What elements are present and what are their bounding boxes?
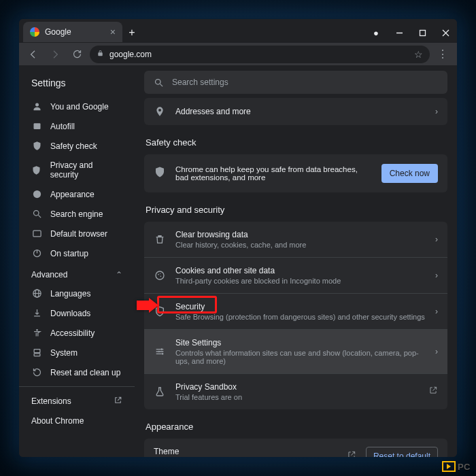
open-in-new-icon [428, 386, 438, 398]
safety-check-card: Chrome can help keep you safe from data … [144, 154, 447, 192]
browser-icon [31, 228, 42, 239]
search-placeholder: Search settings [172, 78, 228, 87]
accessibility-icon [31, 328, 42, 338]
shield-icon [31, 165, 42, 175]
reset-theme-button[interactable]: Reset to default [366, 447, 438, 457]
address-bar[interactable]: google.com ☆ [90, 46, 430, 63]
sidebar-item-safety-check[interactable]: Safety check [19, 136, 135, 156]
svg-rect-5 [33, 123, 40, 129]
svg-point-7 [33, 211, 39, 216]
svg-point-25 [158, 351, 160, 353]
row-privacy-sandbox[interactable]: Privacy SandboxTrial features are on [144, 374, 447, 409]
svg-rect-16 [34, 350, 40, 353]
person-icon [31, 101, 42, 112]
tab-close-icon[interactable]: × [110, 27, 116, 37]
location-icon [154, 106, 166, 117]
row-clear-browsing-data[interactable]: Clear browsing dataClear history, cookie… [144, 222, 447, 258]
row-cookies[interactable]: Cookies and other site dataThird-party c… [144, 258, 447, 294]
sidebar-item-default-browser[interactable]: Default browser [19, 224, 135, 243]
row-theme[interactable]: ThemeJust Black Reset to default [144, 439, 447, 457]
shield-reload-icon [154, 166, 166, 181]
window-close-button[interactable] [434, 23, 457, 42]
check-now-button[interactable]: Check now [381, 164, 438, 183]
safety-check-message: Chrome can help keep you safe from data … [175, 165, 372, 182]
section-privacy-security: Privacy and security [146, 205, 446, 215]
sidebar-item-you-and-google[interactable]: You and Google [19, 97, 135, 116]
row-site-settings[interactable]: Site SettingsControls what information s… [144, 330, 447, 374]
svg-point-6 [33, 190, 40, 198]
browser-tab[interactable]: Google × [23, 22, 122, 42]
sidebar-item-accessibility[interactable]: Accessibility [19, 323, 135, 343]
svg-point-22 [160, 276, 162, 277]
settings-heading: Settings [19, 71, 135, 97]
chevron-right-icon: › [435, 235, 438, 244]
settings-search[interactable]: Search settings [144, 71, 447, 94]
security-icon [154, 306, 166, 317]
favicon-google [30, 27, 39, 37]
svg-point-26 [162, 353, 164, 355]
forward-button[interactable] [46, 46, 64, 63]
shield-check-icon [31, 141, 42, 151]
autofill-icon [31, 121, 42, 131]
bookmark-star-icon[interactable]: ☆ [414, 49, 423, 60]
privacy-list: Clear browsing dataClear history, cookie… [144, 222, 447, 409]
restore-icon [31, 367, 42, 377]
browser-window: Google × + ● google.com ☆ ⋮ Settings You… [19, 19, 457, 457]
watermark: PC [442, 461, 471, 472]
tab-strip: Google × + ● [19, 19, 457, 42]
chevron-right-icon: › [435, 307, 438, 316]
svg-line-19 [160, 84, 163, 86]
section-appearance: Appearance [146, 422, 446, 432]
svg-point-20 [156, 271, 164, 279]
paint-icon [31, 189, 42, 199]
back-button[interactable] [24, 46, 42, 63]
tune-icon [154, 346, 166, 357]
url-text: google.com [109, 50, 152, 59]
settings-main: Search settings Addresses and more › Saf… [135, 65, 457, 457]
sidebar-item-autofill[interactable]: Autofill [19, 116, 135, 136]
flask-icon [154, 386, 166, 397]
svg-rect-1 [420, 30, 425, 35]
tab-title: Google [45, 27, 71, 37]
row-addresses-and-more[interactable]: Addresses and more › [144, 98, 447, 125]
open-in-new-icon [114, 396, 122, 407]
svg-line-8 [38, 215, 41, 218]
sidebar-item-privacy-security[interactable]: Privacy and security [19, 156, 135, 184]
sidebar-item-extensions[interactable]: Extensions [19, 391, 135, 411]
trash-icon [154, 234, 166, 245]
svg-point-4 [35, 103, 39, 107]
download-icon [31, 308, 42, 318]
sidebar-item-reset[interactable]: Reset and clean up [19, 362, 135, 382]
sidebar-item-search-engine[interactable]: Search engine [19, 204, 135, 224]
sidebar-item-about-chrome[interactable]: About Chrome [19, 411, 135, 430]
window-maximize-button[interactable] [411, 23, 434, 42]
settings-page: Settings You and Google Autofill Safety … [19, 65, 457, 457]
sidebar-item-system[interactable]: System [19, 343, 135, 362]
power-icon [31, 248, 42, 258]
settings-sidebar: Settings You and Google Autofill Safety … [19, 65, 135, 457]
lock-icon [97, 50, 104, 59]
chevron-right-icon: › [435, 107, 438, 116]
svg-rect-17 [34, 354, 40, 356]
svg-rect-9 [33, 231, 40, 237]
window-record-indicator: ● [364, 23, 388, 42]
sidebar-item-languages[interactable]: Languages [19, 284, 135, 303]
sidebar-item-on-startup[interactable]: On startup [19, 243, 135, 263]
chevron-right-icon: › [435, 347, 438, 356]
row-security[interactable]: SecuritySafe Browsing (protection from d… [144, 294, 447, 330]
svg-point-15 [36, 329, 38, 331]
section-safety-check: Safety check [146, 137, 446, 148]
open-in-new-icon [347, 450, 356, 457]
svg-point-21 [158, 274, 159, 275]
toolbar: google.com ☆ ⋮ [19, 42, 457, 65]
sidebar-item-appearance[interactable]: Appearance [19, 184, 135, 204]
search-icon [154, 78, 164, 88]
window-minimize-button[interactable] [388, 23, 411, 42]
chevron-up-icon: ⌃ [116, 270, 122, 279]
sidebar-item-downloads[interactable]: Downloads [19, 303, 135, 323]
chrome-menu-button[interactable]: ⋮ [434, 48, 452, 61]
new-tab-button[interactable]: + [122, 23, 141, 42]
reload-button[interactable] [68, 46, 86, 63]
sidebar-advanced-toggle[interactable]: Advanced⌃ [19, 263, 135, 284]
chevron-right-icon: › [435, 271, 438, 280]
